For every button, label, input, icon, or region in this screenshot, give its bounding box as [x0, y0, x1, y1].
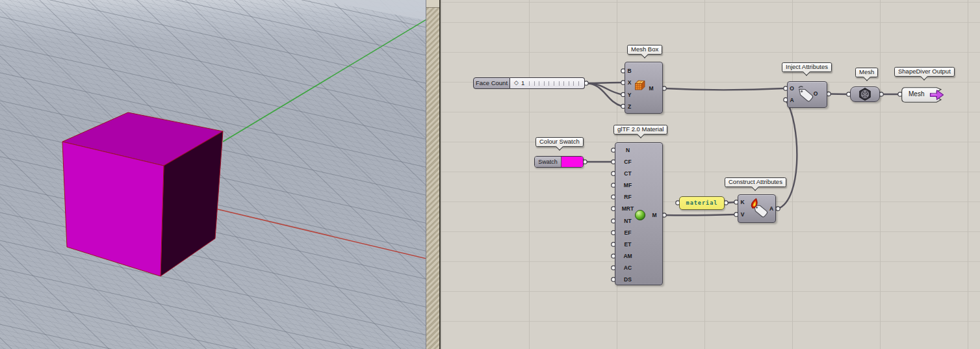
- slider-name-label: Face Count: [473, 77, 510, 89]
- swatch-color-well[interactable]: [561, 157, 583, 167]
- mesh-box-icon: [634, 79, 647, 92]
- inject-attributes-icon: [794, 83, 816, 105]
- cube-front-face: [62, 142, 164, 276]
- swatch-label: Swatch: [535, 157, 561, 167]
- wire-meshbox-inject: [664, 88, 784, 90]
- grasshopper-canvas[interactable]: Face Count ◇ 1 Mesh Box B X Y Z M Colour…: [441, 0, 980, 349]
- port-n[interactable]: N: [617, 146, 639, 154]
- port-y[interactable]: Y: [625, 91, 634, 99]
- shapediver-output-label: Mesh: [909, 90, 924, 97]
- rhino-viewport[interactable]: [0, 0, 426, 349]
- slider-grip-icon[interactable]: ◇: [514, 79, 519, 86]
- panel-splitter[interactable]: [426, 0, 441, 349]
- tooltip-shapediver-output: ShapeDiver Output: [894, 67, 955, 77]
- face-count-slider[interactable]: ◇ 1: [510, 77, 585, 89]
- port-ct[interactable]: CT: [617, 170, 639, 177]
- wire-inject-mesh: [829, 94, 849, 95]
- port-gltf-m-out[interactable]: M: [650, 211, 659, 219]
- port-m-out[interactable]: M: [647, 84, 656, 92]
- magenta-cube[interactable]: [62, 112, 223, 276]
- port-b[interactable]: B: [625, 67, 634, 75]
- tooltip-mesh-box: Mesh Box: [627, 45, 662, 55]
- port-cf[interactable]: CF: [617, 158, 639, 166]
- tooltip-mesh: Mesh: [855, 68, 878, 77]
- port-ds[interactable]: DS: [617, 276, 639, 283]
- port-et[interactable]: ET: [617, 240, 639, 248]
- port-x[interactable]: X: [625, 79, 634, 86]
- material-sphere-icon: [634, 209, 646, 221]
- output-arrow-icon: [929, 89, 944, 101]
- wire-gltf-v: [664, 214, 736, 215]
- port-am[interactable]: AM: [617, 252, 639, 260]
- port-ef[interactable]: EF: [617, 229, 639, 237]
- tooltip-gltf-material: glTF 2.0 Material: [613, 125, 667, 135]
- wire-construct-inject: [778, 100, 797, 209]
- tooltip-colour-swatch: Colour Swatch: [535, 137, 584, 147]
- grid-horizon-sky: [317, 0, 426, 20]
- slider-value: 1: [521, 79, 524, 86]
- port-k[interactable]: K: [738, 198, 747, 206]
- tooltip-construct-attributes: Construct Attributes: [725, 177, 786, 187]
- mesh-param-icon: [858, 87, 872, 101]
- wires-layer: [441, 0, 980, 349]
- app-window: Face Count ◇ 1 Mesh Box B X Y Z M Colour…: [0, 0, 980, 349]
- port-mf[interactable]: MF: [617, 181, 639, 189]
- viewport-scene: [0, 0, 426, 349]
- construct-attributes-icon: [749, 197, 771, 220]
- splitter-cap: [426, 0, 439, 8]
- tooltip-inject-attributes: Inject Attributes: [782, 62, 832, 72]
- port-rf[interactable]: RF: [617, 193, 639, 201]
- x-axis-line: [218, 209, 426, 259]
- colour-swatch-component[interactable]: Swatch: [534, 156, 584, 168]
- y-axis-line: [223, 19, 426, 142]
- port-z[interactable]: Z: [625, 103, 634, 110]
- port-ac[interactable]: AC: [617, 264, 639, 272]
- slider-ticks: [529, 81, 580, 86]
- port-v[interactable]: V: [738, 211, 747, 218]
- material-text-panel[interactable]: material: [679, 196, 725, 210]
